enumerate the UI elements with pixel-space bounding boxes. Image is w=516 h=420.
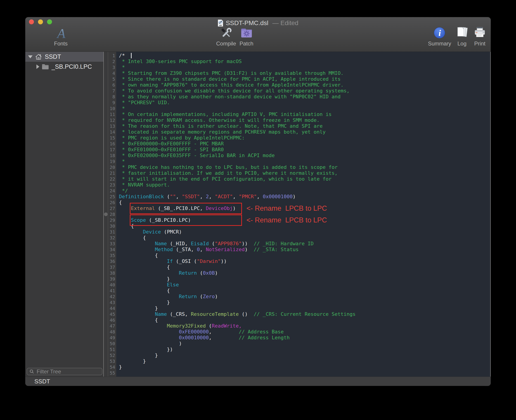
sidebar-item-sb-pci0-lpc[interactable]: _SB.PCI0.LPC (25, 62, 103, 72)
code-line: Device (PMCR) (119, 229, 490, 235)
line-number: 27 (108, 205, 116, 211)
line-number: 13 (108, 123, 116, 129)
code-line: Method (_STA, 0, NotSerialized) // _STA:… (119, 247, 490, 253)
line-number: 18 (108, 153, 116, 158)
code-line: * (119, 64, 490, 70)
code-line: * On certain implementations, including … (119, 112, 490, 117)
line-number: 45 (108, 311, 116, 317)
line-number: 1 (108, 53, 116, 59)
line-number: 11 (108, 112, 116, 117)
window-title: DSL SSDT-PMC.dsl — Edited (70, 19, 446, 27)
line-number: 33 (108, 241, 116, 247)
title-filename: SSDT-PMC.dsl (226, 19, 268, 27)
code-editor: 1234567891011121314151617181920212223242… (103, 52, 491, 377)
fonts-label: Fonts (54, 41, 68, 46)
svg-text:i: i (439, 28, 441, 38)
svg-text:A: A (56, 27, 66, 40)
code-line: { (119, 288, 490, 294)
line-number: 43 (108, 300, 116, 305)
sidebar-item-label: SSDT (45, 53, 61, 60)
line-number: 22 (108, 176, 116, 182)
tree-sidebar: SSDT _SB.PCI0.LPC (25, 52, 103, 377)
line-number: 4 (108, 70, 116, 76)
code-line: * 0xFE010000~0xFE010FFF - SPI BAR0 (119, 147, 490, 153)
line-number: 52 (108, 352, 116, 358)
serif-a-icon: A (54, 26, 67, 40)
filter-tree-input[interactable] (36, 368, 100, 375)
code-line: Return (0x0B) (119, 270, 490, 276)
summary-button[interactable]: i Summary (428, 26, 451, 46)
line-number: 53 (108, 358, 116, 364)
disclosure-expanded-icon[interactable] (28, 55, 33, 58)
line-marker-dot (104, 212, 108, 216)
line-number: 25 (108, 194, 116, 200)
sidebar-item-ssdt[interactable]: SSDT (25, 52, 103, 62)
disclosure-collapsed-icon[interactable] (36, 64, 39, 69)
line-number: 26 (108, 200, 116, 205)
filter-tree-field[interactable] (27, 368, 102, 375)
document-icon: DSL (218, 19, 223, 27)
code-line: * To avoid confusion we disable this dev… (119, 88, 490, 94)
code-area[interactable]: /* * Intel 300-series PMC support for ma… (116, 52, 490, 377)
code-line: } (119, 305, 490, 311)
line-number: 51 (108, 346, 116, 352)
fonts-button[interactable]: A Fonts (54, 26, 68, 46)
compile-button[interactable]: Compile (216, 26, 236, 46)
line-number: 15 (108, 135, 116, 141)
line-number: 37 (108, 264, 116, 270)
code-line: * required for NVRAM access. Otherwise i… (119, 117, 490, 123)
code-line: 0x00010000, // Address Length (119, 335, 490, 341)
code-line: } (119, 358, 490, 364)
code-line (119, 370, 490, 376)
line-number: 6 (108, 82, 116, 88)
code-line: */ (119, 188, 490, 194)
line-number: 39 (108, 276, 116, 282)
minimize-button[interactable] (38, 19, 43, 24)
patch-label: Patch (239, 41, 253, 46)
print-label: Print (474, 41, 485, 46)
patch-button[interactable]: Patch (239, 26, 253, 46)
code-line: { (119, 264, 490, 270)
line-number: 49 (108, 335, 116, 341)
print-button[interactable]: Print (473, 26, 486, 46)
log-button[interactable]: Log (455, 26, 469, 46)
code-line: * The reason for this is rather unclear.… (119, 123, 490, 129)
line-number: 7 (108, 88, 116, 94)
code-line: * faster initialisation. If we add it to… (119, 170, 490, 176)
line-number-gutter: 1234567891011121314151617181920212223242… (108, 52, 116, 377)
code-line: * Starting from Z390 chipsets PMC (D31:F… (119, 70, 490, 76)
line-number: 50 (108, 341, 116, 346)
annotation-text: <- Rename LPCB to LPC (246, 205, 327, 212)
code-line: 0xFE000000, // Address Base (119, 329, 490, 335)
line-number: 54 (108, 364, 116, 370)
code-line: }) (119, 346, 490, 352)
zoom-button[interactable] (47, 19, 52, 24)
line-number: 29 (108, 217, 116, 223)
status-bar: SSDT (25, 377, 491, 386)
line-number: 46 (108, 317, 116, 323)
status-scope-label: SSDT (25, 378, 50, 385)
line-number: 31 (108, 229, 116, 235)
code-line: * PMC region is used by AppleIntelPCHPMC… (119, 135, 490, 141)
line-number: 38 (108, 270, 116, 276)
line-number: 30 (108, 223, 116, 229)
line-number: 24 (108, 188, 116, 194)
wrench-screwdriver-icon (219, 26, 233, 40)
close-button[interactable] (29, 19, 34, 24)
line-number: 10 (108, 105, 116, 112)
line-number: 40 (108, 282, 116, 288)
code-line: } (119, 300, 490, 305)
code-line: } (119, 364, 490, 370)
code-line: * 0xFE020000~0xFE035FFF - SerialIo BAR i… (119, 153, 490, 158)
code-line: * NVRAM support. (119, 182, 490, 188)
code-line: * (119, 105, 490, 112)
line-number: 20 (108, 164, 116, 170)
line-number: 36 (108, 258, 116, 264)
folder-gear-icon (240, 26, 253, 40)
code-line: Name (_HID, EisaId ("APP9876")) // _HID:… (119, 241, 490, 247)
window-header: DSL SSDT-PMC.dsl — Edited A Fonts (25, 17, 491, 52)
folder-icon (42, 64, 49, 70)
line-number: 35 (108, 253, 116, 258)
code-line: { (119, 235, 490, 241)
sidebar-item-label: _SB.PCI0.LPC (52, 63, 92, 70)
